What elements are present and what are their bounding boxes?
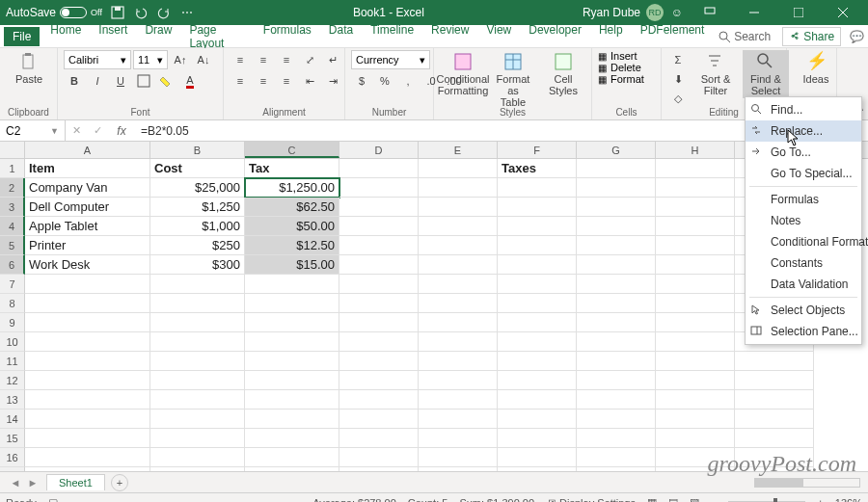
menu-notes[interactable]: Notes bbox=[746, 210, 861, 231]
cell[interactable] bbox=[245, 410, 339, 429]
cell[interactable] bbox=[339, 410, 419, 429]
cell[interactable] bbox=[150, 429, 245, 448]
minimize-button[interactable] bbox=[735, 0, 773, 25]
cell[interactable] bbox=[735, 410, 814, 429]
qat-icon[interactable]: ⋯ bbox=[179, 5, 195, 20]
menu-selection-pane[interactable]: Selection Pane... bbox=[746, 321, 861, 342]
autosave-toggle[interactable]: AutoSave Off bbox=[6, 6, 102, 19]
cell[interactable] bbox=[498, 198, 577, 217]
cell[interactable] bbox=[656, 294, 735, 313]
cell[interactable] bbox=[656, 217, 735, 236]
name-box[interactable]: C2▼ bbox=[0, 120, 66, 141]
cell[interactable] bbox=[419, 467, 498, 471]
cell[interactable] bbox=[245, 294, 339, 313]
delete-cells-icon[interactable]: ▦ bbox=[598, 63, 607, 73]
percent-icon[interactable]: % bbox=[374, 71, 395, 91]
wrap-text-icon[interactable]: ↵ bbox=[322, 50, 343, 69]
cell[interactable] bbox=[577, 313, 656, 332]
cell[interactable] bbox=[245, 352, 339, 371]
row-header[interactable]: 11 bbox=[0, 352, 25, 371]
format-cells-icon[interactable]: ▦ bbox=[598, 74, 607, 85]
cell[interactable] bbox=[498, 313, 577, 332]
cell[interactable] bbox=[419, 275, 498, 294]
menu-find[interactable]: Find... bbox=[746, 99, 861, 120]
cell[interactable] bbox=[577, 332, 656, 352]
row-header[interactable]: 15 bbox=[0, 429, 25, 448]
sheet-nav-next[interactable]: ► bbox=[25, 477, 41, 489]
align-bottom-icon[interactable]: ≡ bbox=[276, 50, 297, 69]
cell[interactable] bbox=[656, 352, 735, 371]
cell[interactable] bbox=[25, 467, 150, 471]
row-header[interactable]: 14 bbox=[0, 410, 25, 429]
cell[interactable] bbox=[577, 429, 656, 448]
col-header-F[interactable]: F bbox=[498, 142, 577, 158]
zoom-out-button[interactable]: − bbox=[711, 497, 717, 503]
cell[interactable] bbox=[577, 467, 656, 471]
cell[interactable] bbox=[656, 429, 735, 448]
menu-replace[interactable]: Replace... bbox=[746, 120, 861, 142]
cell[interactable]: $12.50 bbox=[245, 236, 339, 255]
cell[interactable]: $1,000 bbox=[150, 217, 245, 236]
cell[interactable] bbox=[339, 275, 419, 294]
decrease-font-icon[interactable]: A↓ bbox=[193, 50, 214, 69]
cell[interactable] bbox=[498, 255, 577, 275]
cell[interactable] bbox=[339, 390, 419, 410]
menu-formulas[interactable]: Formulas bbox=[746, 189, 861, 210]
sort-filter-button[interactable]: Sort & Filter bbox=[692, 50, 739, 98]
clear-icon[interactable]: ◇ bbox=[667, 89, 689, 108]
cell[interactable] bbox=[498, 371, 577, 390]
cell[interactable]: $1,250 bbox=[150, 198, 245, 217]
redo-icon[interactable] bbox=[156, 5, 172, 20]
row-header[interactable]: 17 bbox=[0, 467, 25, 471]
cell[interactable] bbox=[339, 332, 419, 352]
record-macro-icon[interactable]: ▢ bbox=[48, 496, 58, 502]
cell[interactable]: $1,250.00 bbox=[245, 178, 339, 198]
cell[interactable] bbox=[656, 390, 735, 410]
cell[interactable] bbox=[339, 371, 419, 390]
fill-icon[interactable]: ⬇ bbox=[667, 69, 689, 89]
cell[interactable] bbox=[498, 410, 577, 429]
row-header[interactable]: 5 bbox=[0, 236, 25, 255]
cell[interactable] bbox=[419, 217, 498, 236]
cell[interactable] bbox=[25, 332, 150, 352]
cell[interactable] bbox=[577, 390, 656, 410]
cell[interactable] bbox=[150, 332, 245, 352]
col-header-A[interactable]: A bbox=[25, 142, 150, 158]
cell[interactable] bbox=[498, 275, 577, 294]
cell[interactable]: Taxes bbox=[498, 159, 577, 178]
cell[interactable] bbox=[245, 371, 339, 390]
row-header[interactable]: 16 bbox=[0, 448, 25, 467]
display-settings-button[interactable]: 🖥 Display Settings bbox=[546, 497, 636, 503]
cell[interactable] bbox=[419, 352, 498, 371]
cell[interactable] bbox=[339, 236, 419, 255]
fx-button[interactable]: fx bbox=[108, 124, 135, 138]
increase-indent-icon[interactable]: ⇥ bbox=[322, 71, 343, 91]
cell[interactable] bbox=[419, 255, 498, 275]
horizontal-scrollbar[interactable] bbox=[754, 478, 860, 488]
search-label[interactable]: Search bbox=[734, 30, 771, 43]
row-header[interactable]: 1 bbox=[0, 159, 25, 178]
cell[interactable] bbox=[25, 275, 150, 294]
row-header[interactable]: 8 bbox=[0, 294, 25, 313]
align-center-icon[interactable]: ≡ bbox=[253, 71, 274, 91]
cell[interactable] bbox=[656, 178, 735, 198]
cell[interactable] bbox=[339, 178, 419, 198]
cell[interactable] bbox=[339, 255, 419, 275]
delete-button[interactable]: Delete bbox=[610, 62, 641, 73]
cell[interactable]: Cost bbox=[150, 159, 245, 178]
cell[interactable] bbox=[577, 198, 656, 217]
cell[interactable] bbox=[498, 448, 577, 467]
row-header[interactable]: 7 bbox=[0, 275, 25, 294]
view-normal-icon[interactable]: ▦ bbox=[647, 496, 657, 502]
cell[interactable] bbox=[498, 352, 577, 371]
number-format-select[interactable]: Currency▾ bbox=[351, 50, 430, 69]
cell[interactable] bbox=[419, 313, 498, 332]
cell[interactable] bbox=[656, 332, 735, 352]
cell[interactable] bbox=[339, 448, 419, 467]
cell[interactable] bbox=[498, 178, 577, 198]
select-all-button[interactable] bbox=[0, 142, 25, 158]
cell[interactable] bbox=[339, 198, 419, 217]
cancel-formula-icon[interactable]: ✕ bbox=[66, 121, 87, 141]
sheet-tab-active[interactable]: Sheet1 bbox=[46, 474, 105, 490]
currency-icon[interactable]: $ bbox=[351, 71, 372, 91]
